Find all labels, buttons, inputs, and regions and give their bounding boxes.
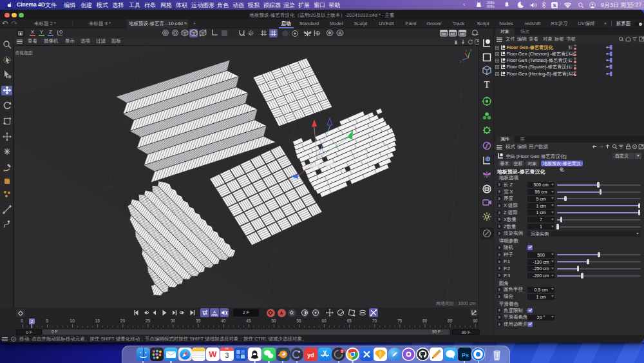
svg-text:Ps: Ps	[462, 352, 469, 358]
svg-text:W: W	[209, 349, 217, 359]
svg-text:2: 2	[341, 349, 343, 353]
svg-text:T: T	[484, 80, 489, 90]
svg-text:A: A	[338, 31, 341, 35]
svg-text:A: A	[213, 310, 216, 314]
svg-text:yd: yd	[307, 351, 314, 358]
svg-text:A: A	[279, 311, 283, 315]
